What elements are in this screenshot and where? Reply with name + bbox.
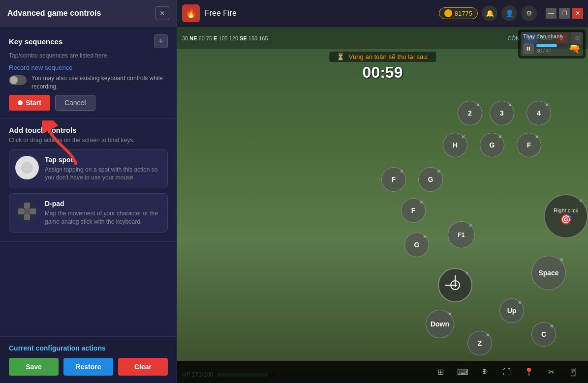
weapon-hud: Thay đạn nhanh R 30 / 47 🔫 [518,29,586,59]
record-sequence-link[interactable]: Record new sequence [9,64,168,71]
ctrl-btn-space[interactable]: ✕ Space [531,256,566,290]
timer-label-text: Vùng an toàn sẽ thu lại sau: [348,53,429,60]
ctrl-btn-up[interactable]: ✕ Up [499,298,524,323]
svg-rect-2 [24,214,30,220]
toolbar-grid-icon[interactable]: ⊞ [433,365,448,380]
start-recording-button[interactable]: Start [9,95,50,111]
close-icon: ✕ [535,134,539,140]
close-icon: ✕ [476,102,480,108]
ctrl-btn-z[interactable]: ✕ Z [467,331,492,355]
ctrl-btn-down[interactable]: ✕ Down [426,310,454,338]
movement-crosshair[interactable]: ✕ [438,268,472,302]
action-buttons: Save Restore Clear [9,358,168,376]
ctrl-btn-f2[interactable]: ✕ F [381,167,406,192]
toolbar-mobile-icon[interactable]: 📱 [566,365,581,380]
tap-spot-title: Tap spot [45,156,161,164]
close-window-button[interactable]: ✕ [572,8,583,19]
panel-title-area: Advanced game controls ✕ [0,0,177,27]
weapon-slot-r: R 30 / 47 🔫 [521,41,583,56]
restore-button[interactable]: Restore [63,358,113,376]
ctrl-btn-h[interactable]: ✕ H [443,133,467,157]
right-click-button[interactable]: ✕ Right click 🎯 [544,194,588,238]
toggle-row: You may also use existing keyboard contr… [9,74,168,91]
key-sequences-title: Key sequences [9,37,62,46]
add-sequence-button[interactable]: + [154,34,168,48]
ctrl-btn-g2[interactable]: ✕ G [418,167,443,192]
timer-box: ⏳ Vùng an toàn sẽ thu lại sau: 00:59 [329,52,436,82]
ctrl-btn-3[interactable]: ✕ 3 [490,101,514,125]
notification-button[interactable]: 🔔 [482,5,497,21]
toolbar-keyboard-icon[interactable]: ⌨ [455,365,470,380]
tap-spot-icon [15,156,39,179]
ctrl-btn-4[interactable]: ✕ 4 [526,101,551,125]
close-icon: ✕ [579,198,583,204]
ctrl-btn-f1[interactable]: ✕ F [517,133,541,157]
close-icon: ✕ [498,134,502,140]
add-touch-subtitle: Click or drag actions on the screen to b… [9,137,168,144]
ctrl-btn-g1[interactable]: ✕ G [480,133,504,157]
ctrl-btn-c[interactable]: ✕ C [531,322,556,347]
close-icon: ✕ [559,257,563,263]
toolbar-eye-icon[interactable]: 👁 [477,365,492,380]
ctrl-btn-f3[interactable]: ✕ F [401,198,426,223]
tap-spot-desc: Assign tapping on a spot with this actio… [45,166,161,182]
game-area: 30 NE 60 75 E 105 120 SE 150 165 CÒN 27 … [177,27,588,383]
ctrl-btn-g3[interactable]: ✕ G [404,233,429,257]
timer-label: ⏳ Vùng an toàn sẽ thu lại sau: [329,52,436,62]
tap-spot-card[interactable]: Tap spot Assign tapping on a spot with t… [9,149,168,189]
ctrl-btn-2[interactable]: ✕ 2 [458,101,482,125]
svg-rect-5 [24,208,30,214]
toggle-knob [10,76,18,84]
close-icon: ✕ [419,200,423,205]
close-icon: ✕ [518,300,522,305]
minimize-button[interactable]: — [546,8,557,19]
game-icon: 🔥 [182,4,200,22]
restore-button[interactable]: ❐ [559,8,570,19]
bottom-toolbar: ⊞ ⌨ 👁 ⛶ 📍 ✂ 📱 [177,361,588,383]
dpad-card[interactable]: D-pad Map the movement of your character… [9,193,168,233]
close-icon: ✕ [436,169,440,174]
coin-value: 81775 [455,10,472,17]
coin-badge: 81775 [439,7,478,19]
close-icon: ✕ [461,134,465,140]
add-touch-section: Add touch controls Click or drag actions… [0,118,177,242]
svg-point-0 [21,162,33,174]
close-icon: ✕ [448,311,452,317]
toolbar-map-icon[interactable]: 📍 [522,365,536,380]
close-icon: ✕ [508,102,512,108]
close-icon: ✕ [545,102,549,108]
toolbar-scissors-icon[interactable]: ✂ [544,365,558,380]
app-titlebar: 🔥 Free Fire 81775 🔔 👤 ⚙ — ❐ ✕ [177,0,588,27]
tap-spot-info: Tap spot Assign tapping on a spot with t… [45,156,161,182]
left-panel: Key sequences + Tap/combo sequences are … [0,27,177,383]
compass: 30 NE 60 75 E 105 120 SE 150 165 [182,35,268,41]
key-sequences-section: Key sequences + Tap/combo sequences are … [0,27,177,118]
weapon-slot-reload: Thay đạn nhanh [521,32,583,41]
record-dot-icon [18,100,23,105]
close-panel-button[interactable]: ✕ [155,6,169,20]
crosshair-inner [450,280,460,290]
dpad-info: D-pad Map the movement of your character… [45,200,161,226]
toolbar-fullscreen-icon[interactable]: ⛶ [499,365,514,380]
svg-rect-3 [18,208,24,214]
settings-button[interactable]: ⚙ [521,5,537,21]
close-icon: ✕ [550,324,554,329]
window-action-buttons: — ❐ ✕ [546,8,583,19]
config-section: Current configuration actions Save Resto… [0,336,177,383]
close-icon: ✕ [423,234,427,239]
svg-rect-4 [30,208,36,214]
panel-title: Advanced game controls [7,9,101,18]
save-button[interactable]: Save [9,358,59,376]
profile-button[interactable]: 👤 [501,5,517,21]
clear-button[interactable]: Clear [118,358,168,376]
config-title: Current configuration actions [9,344,168,352]
ctrl-btn-f1key[interactable]: ✕ F1 [448,221,475,248]
window-controls: 81775 🔔 👤 ⚙ — ❐ ✕ [439,5,583,21]
cancel-recording-button[interactable]: Cancel [55,95,95,111]
recording-toggle[interactable] [9,75,27,85]
key-sequences-header: Key sequences + [9,34,168,48]
reload-label: Thay đạn nhanh [523,33,562,40]
game-background: 30 NE 60 75 E 105 120 SE 150 165 CÒN 27 … [177,27,588,383]
key-sequences-subtitle: Tap/combo sequences are listed here. [9,52,168,59]
title-bar: Advanced game controls ✕ 🔥 Free Fire 817… [0,0,588,27]
